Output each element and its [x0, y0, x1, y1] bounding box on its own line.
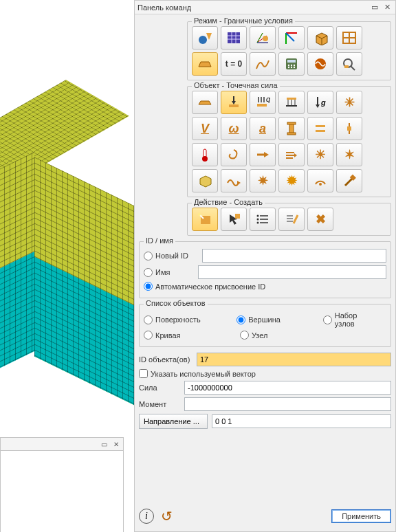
radio-vertex[interactable]: Вершина — [236, 315, 309, 324]
direction-input[interactable] — [212, 414, 391, 428]
action-list-button[interactable] — [250, 208, 276, 231]
mesh-face-front — [0, 152, 34, 412]
svg-rect-52 — [316, 130, 325, 132]
svg-line-12 — [316, 36, 322, 38]
mode-calc-button[interactable] — [278, 52, 305, 76]
direction-button[interactable]: Направление ... — [139, 414, 208, 429]
group-object: Объект - Точечная сила q g ✳ V ω a — [187, 86, 391, 197]
pin-icon[interactable]: ▭ — [369, 2, 380, 13]
svg-rect-15 — [343, 32, 355, 43]
mode-plane-button[interactable] — [192, 52, 218, 76]
close-icon[interactable]: ✕ — [111, 439, 121, 449]
obj-star-button[interactable]: ✶ — [336, 143, 362, 166]
obj-sun2-button[interactable]: ✹ — [278, 169, 305, 192]
obj-beam-button[interactable] — [192, 91, 218, 114]
mode-lens-button[interactable] — [336, 52, 362, 76]
command-panel: Панель команд ▭ ✕ Режим - Граничные усло… — [134, 0, 396, 532]
group-action-legend: Действие - Создать — [192, 198, 265, 206]
group-mode-legend: Режим - Граничные условия — [192, 16, 295, 25]
mode-geometry-button[interactable] — [192, 26, 218, 49]
svg-point-73 — [257, 219, 259, 221]
svg-point-23 — [294, 65, 295, 66]
moment-input[interactable] — [184, 397, 391, 411]
obj-arrow-button[interactable] — [250, 143, 276, 166]
svg-marker-1 — [206, 33, 212, 40]
obj-column-button[interactable] — [278, 117, 305, 140]
obj-support-button[interactable] — [278, 91, 305, 114]
obj-omega-button[interactable]: ω — [221, 117, 247, 140]
svg-point-56 — [202, 156, 208, 162]
svg-rect-65 — [201, 216, 210, 224]
obj-wave-arrow-button[interactable] — [221, 169, 247, 192]
pin-icon[interactable]: ▭ — [99, 439, 109, 449]
obj-star2-button[interactable]: ✷ — [250, 169, 276, 192]
mode-materials-button[interactable] — [278, 26, 305, 49]
radio-nodeset[interactable]: Набор узлов — [323, 311, 377, 328]
obj-block-button[interactable] — [192, 169, 218, 192]
id-label: ID объекта(ов) — [139, 355, 192, 364]
panel-titlebar: Панель команд ▭ ✕ — [135, 1, 395, 14]
obj-distributed-q-button[interactable]: q — [250, 91, 276, 114]
action-edit-button[interactable] — [278, 208, 305, 231]
svg-marker-67 — [230, 214, 237, 225]
object-id-input[interactable] — [197, 353, 391, 366]
mode-cube-button[interactable] — [307, 26, 333, 49]
svg-rect-51 — [316, 125, 325, 127]
apply-button[interactable]: Применить — [331, 509, 391, 523]
obj-special1-button[interactable]: ✳ — [336, 91, 362, 114]
action-create-button[interactable] — [192, 208, 218, 231]
obj-hammer-button[interactable] — [336, 169, 362, 192]
radio-surface[interactable]: Поверхность — [144, 315, 223, 324]
obj-spiral-button[interactable] — [221, 143, 247, 166]
name-input[interactable] — [198, 265, 386, 279]
info-icon[interactable]: i — [139, 509, 154, 524]
radio-curve[interactable]: Кривая — [144, 331, 226, 340]
obj-velocity-button[interactable]: V — [192, 117, 218, 140]
svg-point-62 — [319, 183, 322, 186]
undo-icon[interactable]: ↺ — [161, 508, 173, 524]
mode-grid-button[interactable] — [336, 26, 362, 49]
radio-node[interactable]: Узел — [240, 331, 267, 340]
obj-gap-button[interactable] — [307, 117, 333, 140]
svg-point-24 — [288, 67, 289, 68]
group-object-legend: Объект - Точечная сила — [192, 81, 280, 89]
svg-rect-20 — [287, 60, 296, 63]
mode-bc-button[interactable] — [250, 26, 276, 49]
radio-new-id[interactable]: Новый ID — [144, 252, 188, 261]
mode-mesh-button[interactable] — [221, 26, 247, 49]
obj-thermal-button[interactable] — [192, 143, 218, 166]
force-input[interactable] — [184, 381, 391, 395]
svg-rect-19 — [286, 58, 297, 69]
new-id-input[interactable] — [202, 249, 386, 263]
svg-rect-50 — [287, 133, 296, 135]
obj-radar-button[interactable] — [307, 169, 333, 192]
svg-marker-61 — [237, 181, 241, 185]
close-icon[interactable]: ✕ — [382, 2, 393, 13]
svg-point-27 — [315, 58, 326, 69]
action-delete-button[interactable]: ✖ — [307, 208, 333, 231]
obj-point-force-button[interactable] — [221, 91, 247, 114]
svg-rect-39 — [257, 104, 267, 107]
radio-auto-id[interactable]: Автоматическое присвоение ID — [144, 282, 265, 291]
obj-gravity-button[interactable]: g — [307, 91, 333, 114]
force-label: Сила — [139, 384, 180, 392]
svg-rect-34 — [229, 104, 239, 107]
obj-acceleration-button[interactable]: a — [250, 117, 276, 140]
checkbox-vector[interactable]: Указать используемый вектор — [139, 369, 256, 378]
mesh-face-right — [34, 157, 134, 406]
secondary-panel-titlebar: ▭ ✕ — [0, 437, 124, 451]
radio-name[interactable]: Имя — [144, 268, 170, 277]
svg-point-72 — [257, 215, 259, 217]
svg-rect-64 — [350, 175, 356, 181]
obj-axis-button[interactable] — [336, 117, 362, 140]
obj-wind-button[interactable] — [278, 143, 305, 166]
action-pick-button[interactable] — [221, 208, 247, 231]
group-mode: Режим - Граничные условия t = 0 — [187, 21, 391, 80]
moment-label: Момент — [139, 400, 180, 408]
svg-rect-48 — [289, 123, 294, 134]
svg-marker-59 — [294, 153, 297, 157]
mode-t0-button[interactable]: t = 0 — [221, 52, 247, 76]
mode-curve-button[interactable] — [250, 52, 276, 76]
mode-wave-button[interactable] — [307, 52, 333, 76]
obj-sun-button[interactable]: ☀ — [307, 143, 333, 166]
